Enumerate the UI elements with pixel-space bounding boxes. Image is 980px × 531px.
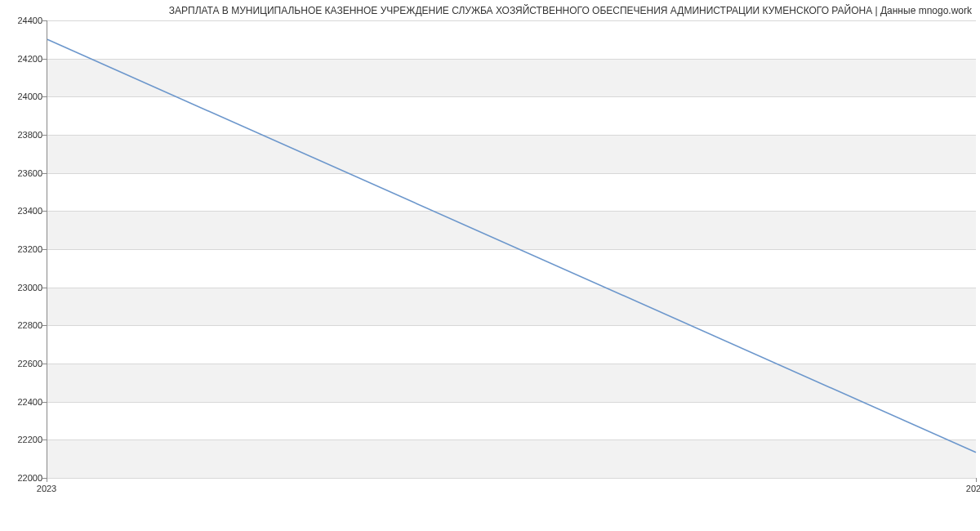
- y-tick-mark: [42, 440, 47, 440]
- y-tick-mark: [42, 20, 47, 21]
- y-tick-mark: [42, 325, 47, 326]
- x-tick-label: 2023: [37, 484, 56, 493]
- y-tick-mark: [42, 211, 47, 212]
- y-tick-mark: [42, 364, 47, 364]
- y-tick-label: 22000: [17, 473, 42, 483]
- chart-line-layer: [47, 20, 976, 477]
- y-tick-mark: [42, 96, 47, 97]
- y-tick-label: 22400: [17, 397, 42, 407]
- grid-line: [47, 478, 976, 479]
- y-tick-label: 23200: [17, 244, 42, 254]
- y-tick-mark: [42, 288, 47, 288]
- y-tick-label: 23600: [17, 168, 42, 178]
- y-tick-mark: [42, 402, 47, 403]
- y-tick-label: 22200: [17, 435, 42, 444]
- y-tick-label: 23800: [17, 130, 42, 140]
- x-tick-mark: [976, 478, 977, 482]
- chart-line-series: [47, 39, 976, 452]
- y-tick-label: 24000: [17, 91, 42, 101]
- y-tick-mark: [42, 249, 47, 250]
- y-tick-mark: [42, 173, 47, 174]
- y-tick-label: 22800: [17, 320, 42, 330]
- chart-title: ЗАРПЛАТА В МУНИЦИПАЛЬНОЕ КАЗЕННОЕ УЧРЕЖД…: [169, 5, 972, 16]
- y-tick-label: 24400: [17, 16, 42, 25]
- y-tick-label: 23400: [17, 206, 42, 216]
- plot-area: [47, 20, 976, 478]
- y-tick-mark: [42, 59, 47, 60]
- x-tick-mark: [47, 478, 47, 482]
- y-tick-label: 22600: [17, 359, 42, 368]
- y-tick-mark: [42, 135, 47, 136]
- y-tick-label: 24200: [17, 54, 42, 64]
- x-tick-label: 2024: [966, 484, 980, 493]
- y-tick-label: 23000: [17, 283, 42, 292]
